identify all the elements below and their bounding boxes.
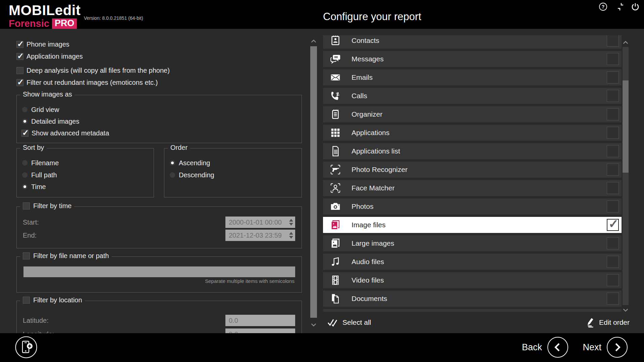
report-item-emails[interactable]: Emails [323, 69, 622, 85]
report-item-photo-recognizer[interactable]: Photo Recognizer [323, 162, 622, 178]
radio-selected-icon [170, 160, 175, 166]
show-images-as-group: Show images as Grid view Detailed images… [16, 95, 302, 143]
order-group: Order Ascending Descending [164, 148, 302, 197]
report-list-scrollbar-thumb[interactable] [623, 80, 629, 173]
report-list-scrollbar-track[interactable] [623, 47, 629, 305]
report-item-checkbox[interactable] [607, 182, 619, 194]
report-item-checkbox[interactable] [607, 90, 619, 102]
report-item-applications-list[interactable]: Applications list [323, 143, 622, 159]
radio-selected-icon [22, 119, 28, 124]
help-icon[interactable]: ? [599, 2, 607, 11]
sort-by-legend: Sort by [23, 144, 44, 152]
power-icon[interactable] [631, 2, 640, 11]
report-item-checkbox[interactable] [607, 256, 619, 268]
order-ascending-radio[interactable]: Ascending [169, 159, 210, 167]
next-label: Next [583, 342, 601, 353]
order-descending-label: Descending [179, 171, 214, 179]
left-panel-scroll-up-icon[interactable] [310, 38, 317, 45]
spinner-arrows-icon[interactable] [288, 230, 294, 241]
select-all-button[interactable]: Select all [327, 316, 371, 329]
back-label: Back [522, 342, 542, 353]
latitude-value: 0.0 [229, 315, 238, 326]
report-item-checkbox[interactable] [607, 274, 619, 286]
report-item-checkbox[interactable] [607, 145, 619, 157]
deep-analysis-option[interactable]: Deep analysis (will copy all files from … [16, 66, 170, 75]
edit-order-button[interactable]: Edit order [584, 316, 630, 329]
report-item-label: Video files [352, 272, 384, 288]
spinner-arrows-icon[interactable] [288, 217, 294, 228]
report-item-photos[interactable]: Photos [323, 198, 622, 215]
phone-add-icon [15, 336, 38, 359]
left-panel-scroll-down-icon[interactable] [310, 321, 317, 328]
end-time-input[interactable]: 2021-12-03 23:59 [225, 230, 295, 241]
filter-by-name-checkbox[interactable] [23, 252, 30, 259]
report-item-image-files[interactable]: Image files [323, 217, 622, 233]
report-item-checkbox[interactable] [607, 237, 619, 249]
filter-by-location-checkbox[interactable] [23, 297, 30, 304]
longitude-input[interactable]: 0.0 [225, 328, 295, 333]
file-name-filter-input[interactable] [23, 266, 295, 277]
report-list-scroll-down-icon[interactable] [622, 306, 629, 314]
logo-mobiledit: MOBILedit [9, 3, 80, 17]
sort-full-path-label: Full path [31, 171, 57, 179]
messages-icon [330, 53, 341, 65]
next-button[interactable]: Next [583, 337, 628, 358]
filter-by-time-checkbox[interactable] [23, 202, 30, 209]
detailed-images-radio[interactable]: Detailed images [21, 117, 79, 126]
report-item-applications[interactable]: Applications [323, 125, 622, 141]
report-item-label: Contacts [352, 35, 379, 49]
report-item-checkbox[interactable] [607, 200, 619, 213]
report-item-label: Audio files [352, 254, 384, 270]
show-advanced-metadata-option[interactable]: Show advanced metadata [21, 129, 109, 137]
latitude-input[interactable]: 0.0 [225, 315, 295, 326]
report-item-checkbox[interactable] [607, 164, 619, 176]
sort-filename-radio[interactable]: Filename [21, 159, 59, 167]
end-time-value: 2021-12-03 23:59 [229, 230, 282, 241]
checkbox-checked-icon [21, 130, 29, 137]
report-item-checkbox[interactable] [607, 127, 619, 139]
sort-time-label: Time [31, 183, 46, 191]
report-item-checkbox[interactable] [607, 53, 619, 65]
report-item-checkbox[interactable] [607, 219, 619, 231]
report-item-audio-files[interactable]: Audio files [323, 254, 622, 270]
sort-full-path-radio[interactable]: Full path [21, 171, 57, 179]
report-item-large-images[interactable]: Large images [323, 235, 622, 251]
start-time-input[interactable]: 2000-01-01 00:00 [225, 217, 295, 228]
filter-redundant-option[interactable]: Filter out redundant images (emoticons e… [16, 78, 158, 87]
report-item-contacts[interactable]: Contacts [323, 35, 622, 49]
report-item-checkbox[interactable] [607, 35, 619, 47]
report-item-label: Large images [352, 235, 394, 251]
start-time-value: 2000-01-01 00:00 [229, 217, 282, 228]
report-item-face-matcher[interactable]: Face Matcher [323, 180, 622, 196]
collapse-window-icon[interactable] [615, 2, 624, 11]
longitude-value: 0.0 [229, 328, 238, 333]
detailed-images-label: Detailed images [31, 118, 79, 125]
report-item-partial-row[interactable] [323, 309, 622, 312]
report-item-label: Messages [352, 51, 384, 67]
back-button[interactable]: Back [522, 337, 568, 358]
radio-unselected-icon [170, 172, 175, 178]
photos-icon [330, 201, 341, 212]
order-descending-radio[interactable]: Descending [169, 171, 214, 179]
phone-images-label: Phone images [26, 41, 69, 48]
application-images-label: Application images [26, 53, 83, 60]
left-panel-scrollbar-thumb[interactable] [310, 46, 317, 318]
application-images-option[interactable]: Application images [16, 52, 83, 61]
add-phone-button[interactable] [15, 336, 38, 359]
checkbox-checked-icon [16, 53, 23, 60]
report-item-checkbox[interactable] [607, 293, 619, 305]
report-item-calls[interactable]: Calls [323, 88, 622, 104]
report-item-messages[interactable]: Messages [323, 51, 622, 67]
report-item-organizer[interactable]: Organizer [323, 106, 622, 122]
sort-time-radio[interactable]: Time [21, 182, 46, 191]
report-item-label: Image files [352, 217, 386, 233]
report-list-scroll-up-icon[interactable] [622, 39, 629, 46]
report-item-checkbox[interactable] [607, 108, 619, 120]
report-item-label: Applications list [352, 143, 400, 159]
report-item-video-files[interactable]: Video files [323, 272, 622, 288]
phone-images-option[interactable]: Phone images [16, 40, 69, 49]
report-item-checkbox[interactable] [607, 71, 619, 83]
report-item-documents[interactable]: Documents [323, 291, 622, 307]
grid-view-radio[interactable]: Grid view [21, 105, 59, 114]
contacts-icon [330, 35, 341, 46]
